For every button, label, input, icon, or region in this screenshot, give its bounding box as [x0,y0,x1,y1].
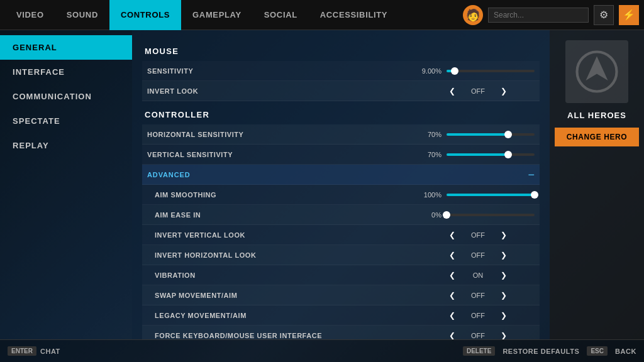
hero-logo [565,40,628,103]
invert-horizontal-look-label: INVERT HORIZONTAL LOOK [155,251,421,259]
fkm-left-arrow[interactable]: ❮ [449,331,455,340]
row-vibration: VIBRATION ❮ ON ❯ [142,265,540,285]
advanced-row[interactable]: ADVANCED − [142,165,540,185]
vertical-sensitivity-label: VERTICAL SENSITIVITY [147,151,416,158]
legacy-movement-aim-label: LEGACY MOVEMENT/AIM [155,312,421,319]
row-horizontal-sensitivity: HORIZONTAL SENSITIVITY 70% [142,124,540,145]
row-aim-ease-in: AIM EASE IN 0% [142,205,540,225]
ivl-right-arrow[interactable]: ❯ [501,231,507,239]
sidebar-item-general[interactable]: GENERAL [0,35,132,60]
back-action-label: BACK [615,348,636,355]
aim-ease-in-track [447,214,535,216]
avatar: 🧑 [463,5,483,25]
row-invert-look: INVERT LOOK ❮ OFF ❯ [142,81,540,101]
nav-right-section: 🧑 ⚙ ⚡ [463,5,639,25]
tab-social[interactable]: SOCIAL [253,0,309,30]
row-invert-horizontal-look: INVERT HORIZONTAL LOOK ❮ OFF ❯ [142,245,540,265]
vibration-control[interactable]: ❮ ON ❯ [421,271,535,280]
vib-right-arrow[interactable]: ❯ [501,271,507,280]
sensitivity-thumb [451,67,458,75]
sensitivity-track [447,70,535,72]
content-area: GENERAL INTERFACE COMMUNICATION SPECTATE… [0,30,644,339]
right-panel: ALL HEROES CHANGE HERO [550,30,644,339]
lma-left-arrow[interactable]: ❮ [449,311,455,320]
vib-left-arrow[interactable]: ❮ [449,271,455,280]
sma-right-arrow[interactable]: ❯ [501,291,507,300]
aim-smoothing-slider[interactable]: 100% [416,191,535,199]
invert-vertical-look-control[interactable]: ❮ OFF ❯ [421,231,535,239]
aim-smoothing-label: AIM SMOOTHING [155,191,416,199]
swap-movement-aim-control[interactable]: ❮ OFF ❯ [421,291,535,300]
invert-vertical-look-label: INVERT VERTICAL LOOK [155,231,421,239]
aim-ease-in-thumb [443,211,450,219]
advanced-label: ADVANCED [147,171,528,178]
aim-ease-in-slider[interactable]: 0% [416,211,535,219]
esc-key-label: ESC [587,346,608,356]
aim-ease-in-label: AIM EASE IN [155,211,416,219]
change-hero-button[interactable]: CHANGE HERO [555,128,639,146]
row-force-keyboard-mouse: FORCE KEYBOARD/MOUSE USER INTERFACE ❮ OF… [142,326,540,339]
section-controller-header: CONTROLLER [142,105,540,123]
invert-look-right-arrow[interactable]: ❯ [501,87,507,96]
sidebar-item-communication[interactable]: COMMUNICATION [0,84,132,109]
sma-left-arrow[interactable]: ❮ [449,291,455,300]
legacy-movement-aim-control[interactable]: ❮ OFF ❯ [421,311,535,320]
restore-defaults-label: RESTORE DEFAULTS [502,348,579,355]
invert-horizontal-look-control[interactable]: ❮ OFF ❯ [421,251,535,260]
tab-controls[interactable]: CONTROLS [109,0,181,30]
aim-smoothing-fill [447,194,535,196]
top-navigation: VIDEO SOUND CONTROLS GAMEPLAY SOCIAL ACC… [0,0,644,30]
h-sens-track [447,133,535,136]
horizontal-sensitivity-slider[interactable]: 70% [416,131,535,138]
sidebar-item-spectate[interactable]: SPECTATE [0,109,132,133]
overwatch-icon[interactable]: ⚡ [619,5,639,25]
sma-value: OFF [459,292,497,299]
settings-icon[interactable]: ⚙ [594,5,614,25]
section-mouse-header: MOUSE [142,41,540,60]
row-vertical-sensitivity: VERTICAL SENSITIVITY 70% [142,145,540,165]
sensitivity-slider[interactable]: 9.00% [416,67,535,75]
force-keyboard-mouse-label: FORCE KEYBOARD/MOUSE USER INTERFACE [155,332,421,339]
sidebar-item-replay[interactable]: REPLAY [0,133,132,158]
row-aim-smoothing: AIM SMOOTHING 100% [142,185,540,205]
tab-sound[interactable]: SOUND [55,0,109,30]
h-sens-thumb [504,131,512,138]
fkm-right-arrow[interactable]: ❯ [501,331,507,340]
ihl-right-arrow[interactable]: ❯ [501,251,507,260]
bottom-bar: ENTER CHAT DELETE RESTORE DEFAULTS ESC B… [0,339,644,362]
h-sens-fill [447,133,508,136]
search-input[interactable] [488,8,589,23]
bottom-right: DELETE RESTORE DEFAULTS ESC BACK [463,346,636,356]
vertical-sensitivity-value: 70% [416,151,441,158]
horizontal-sensitivity-value: 70% [416,131,441,138]
force-keyboard-mouse-control[interactable]: ❮ OFF ❯ [421,331,535,340]
v-sens-track [447,153,535,156]
overwatch-logo-icon [575,50,619,94]
delete-key-label: DELETE [463,346,495,356]
vibration-label: VIBRATION [155,272,421,279]
enter-key-label: ENTER [8,346,36,356]
row-swap-movement-aim: SWAP MOVEMENT/AIM ❮ OFF ❯ [142,285,540,305]
tab-video[interactable]: VIDEO [5,0,55,30]
advanced-collapse-btn[interactable]: − [528,169,535,180]
sidebar-item-interface[interactable]: INTERFACE [0,60,132,84]
bottom-left: ENTER CHAT [8,346,60,356]
v-sens-thumb [504,151,512,158]
invert-look-control[interactable]: ❮ OFF ❯ [421,87,535,96]
invert-look-label: INVERT LOOK [147,87,421,95]
invert-look-left-arrow[interactable]: ❮ [449,87,455,96]
aim-smoothing-value: 100% [416,191,441,199]
tab-accessibility[interactable]: ACCESSIBILITY [309,0,399,30]
vertical-sensitivity-slider[interactable]: 70% [416,151,535,158]
tab-gameplay[interactable]: GAMEPLAY [181,0,253,30]
chat-action-label: CHAT [40,348,60,355]
fkm-value: OFF [459,332,497,339]
row-sensitivity: SENSITIVITY 9.00% [142,61,540,81]
sensitivity-label: SENSITIVITY [147,67,416,75]
lma-right-arrow[interactable]: ❯ [501,311,507,320]
ivl-value: OFF [459,231,497,239]
sidebar: GENERAL INTERFACE COMMUNICATION SPECTATE… [0,30,132,339]
v-sens-fill [447,153,508,156]
ihl-left-arrow[interactable]: ❮ [449,251,455,260]
ivl-left-arrow[interactable]: ❮ [449,231,455,239]
